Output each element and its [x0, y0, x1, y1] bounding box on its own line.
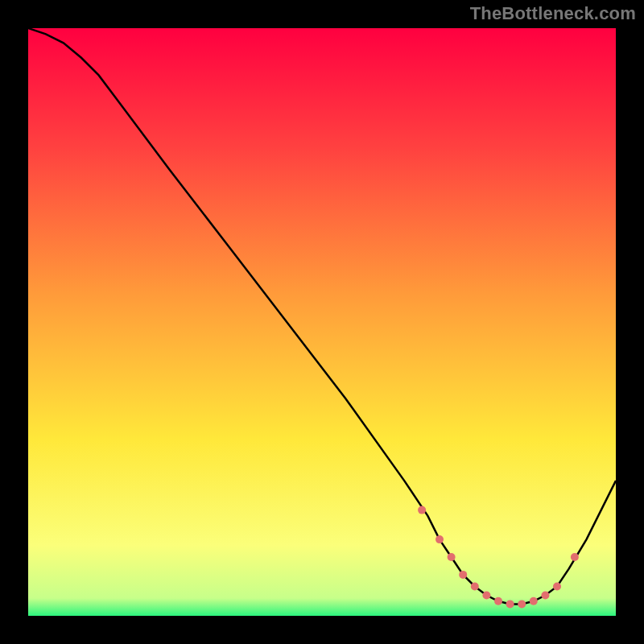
marker-dot [459, 571, 467, 579]
marker-dot [418, 506, 426, 514]
marker-dot [530, 597, 538, 605]
plot-area [28, 28, 616, 616]
marker-dot [436, 535, 444, 543]
marker-dot [518, 600, 526, 608]
marker-dot [471, 583, 479, 591]
chart-svg [28, 28, 616, 616]
marker-dot [482, 592, 490, 600]
attribution-text: TheBottleneck.com [470, 3, 636, 24]
marker-dot [494, 597, 502, 605]
chart-container: TheBottleneck.com [0, 0, 644, 644]
marker-dot [571, 553, 579, 561]
marker-dot [553, 583, 561, 591]
gradient-background [28, 28, 616, 616]
marker-dot [506, 600, 514, 608]
marker-dot [541, 592, 549, 600]
marker-dot [448, 553, 456, 561]
